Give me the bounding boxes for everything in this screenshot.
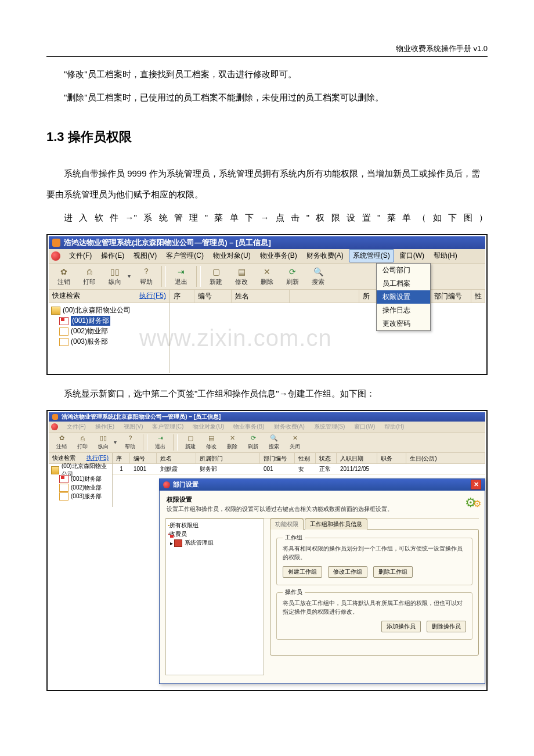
dialog-subtitle: 权限设置	[160, 491, 485, 504]
fieldset-legend: 操作员	[283, 588, 305, 596]
tb-search[interactable]: 🔍搜索	[306, 265, 330, 288]
grid-header: 序 编号 姓名 所属部门 部门编号 性别 状态 入职日期 职务 生日(公历)	[113, 453, 485, 464]
paragraph: 进入软件→"系统管理"菜单下→点击"权限设置"菜单（如下图）	[46, 207, 488, 228]
tb-orientation[interactable]: ▯▯纵向	[93, 433, 113, 452]
menubar: 文件(F) 操作(E) 视图(V) 客户管理(C) 物业对象(U) 物业事务(B…	[49, 422, 485, 432]
menu-customer[interactable]: 客户管理(C)	[162, 249, 208, 262]
menu-finance[interactable]: 财务收费(A)	[302, 249, 348, 262]
tb-help[interactable]: ？帮助	[120, 433, 140, 452]
menu-item-change-pw[interactable]: 更改密码	[377, 317, 430, 330]
paragraph: "修改"员工档案时，直接找到员工档案，双击进行修改即可。	[46, 64, 488, 85]
menu-help[interactable]: 帮助(H)	[380, 421, 408, 433]
exit-icon: ⇥	[176, 267, 186, 277]
tab-function-perm[interactable]: 功能权限	[270, 519, 304, 530]
brand-icon	[51, 251, 60, 261]
menu-ops[interactable]: 操作(E)	[91, 421, 118, 433]
menu-system[interactable]: 系统管理(S)	[310, 421, 349, 433]
app-logo-icon	[52, 414, 58, 420]
menu-affairs[interactable]: 物业事务(B)	[229, 421, 268, 433]
chevron-down-icon[interactable]: ▾	[114, 439, 120, 445]
menu-item-permission[interactable]: 权限设置	[377, 290, 430, 304]
delete-operator-button[interactable]: 删除操作员	[427, 621, 466, 632]
tb-new[interactable]: ▢新建	[204, 265, 228, 288]
tb-exit[interactable]: ⇥退出	[169, 265, 193, 288]
menu-view[interactable]: 视图(V)	[129, 249, 161, 262]
table-row[interactable]: 1 1001 刘默霞 财务部 001 女 正常 2011/12/05	[113, 464, 485, 475]
search-icon: 🔍	[270, 434, 278, 442]
menu-file[interactable]: 文件(F)	[63, 421, 90, 433]
print-icon: ⎙	[78, 434, 86, 442]
flag-icon	[59, 317, 68, 325]
menu-item-oplog[interactable]: 操作日志	[377, 304, 430, 317]
close-icon: ✕	[291, 434, 299, 442]
department-tree[interactable]: (00)北京森阳物业公司 (001)财务部 (002)物业部 (003)服务部	[49, 303, 169, 370]
new-icon: ▢	[211, 267, 221, 277]
paragraph: 系统自带操作员 9999 作为系统管理员，系统管理员拥有系统内所有功能权限，当增…	[46, 163, 488, 205]
tb-close[interactable]: ✕关闭	[285, 433, 305, 452]
tb-refresh[interactable]: ⟳刷新	[280, 265, 305, 288]
tb-delete[interactable]: ✕删除	[222, 433, 242, 452]
menu-file[interactable]: 文件(F)	[65, 249, 96, 262]
window-titlebar: 浩鸿达物业管理系统(北京森阳物业公司—管理员) – [员工信息]	[49, 412, 485, 422]
tb-print[interactable]: ⎙打印	[73, 433, 92, 452]
edit-workgroup-button[interactable]: 修改工作组	[328, 566, 367, 578]
tb-edit[interactable]: ▤修改	[229, 265, 254, 288]
dialog-close-button[interactable]: ✕	[471, 480, 481, 489]
delete-icon: ✕	[228, 434, 236, 442]
folder-icon	[59, 338, 68, 346]
menu-system[interactable]: 系统管理(S)	[349, 249, 394, 262]
menu-customer[interactable]: 客户管理(C)	[148, 421, 187, 433]
paragraph: "删除"员工档案时，已使用过的员工档案不能删除，未使用过的员工档案可以删除。	[46, 87, 488, 108]
tb-new[interactable]: ▢新建	[181, 433, 200, 452]
add-operator-button[interactable]: 添加操作员	[381, 621, 421, 632]
quick-search-run[interactable]: 执行(F5)	[139, 291, 166, 301]
menu-affairs[interactable]: 物业事务(B)	[256, 249, 301, 262]
delete-workgroup-button[interactable]: 删除工作组	[373, 566, 413, 578]
menu-ops[interactable]: 操作(E)	[97, 249, 128, 262]
logout-icon: ✿	[59, 267, 69, 277]
refresh-icon: ⟳	[287, 267, 298, 277]
menu-view[interactable]: 视图(V)	[120, 421, 147, 433]
help-icon: ？	[126, 434, 134, 442]
menu-help[interactable]: 帮助(H)	[430, 249, 461, 262]
menu-item-company-dept[interactable]: 公司部门	[377, 264, 430, 277]
folder-open-icon	[51, 466, 59, 474]
tb-refresh[interactable]: ⟳刷新	[243, 433, 263, 452]
window-title: 浩鸿达物业管理系统(北京森阳物业公司—管理员) – [员工信息]	[64, 237, 271, 248]
tb-logout[interactable]: ✿注销	[52, 433, 71, 452]
menu-object[interactable]: 物业对象(U)	[189, 421, 228, 433]
fieldset-operator: 操作员 将员工放在工作组中，员工将默认具有所属工作组的权限，但也可以对指定操作员…	[276, 592, 472, 640]
fieldset-workgroup: 工作组 将具有相同权限的操作员划分到一个工作组，可以方便统一设置操作员的权限。 …	[276, 538, 472, 585]
tab-workgroup-operator[interactable]: 工作组和操作员信息	[305, 519, 367, 530]
quick-search-run[interactable]: 执行(F5)	[86, 454, 109, 462]
tb-search[interactable]: 🔍搜索	[264, 433, 284, 452]
tb-print[interactable]: ⎙打印	[77, 265, 102, 288]
paragraph: 系统显示新窗口，选中第二个页签"工作组和操作员信息"→创建工作组。如下图：	[46, 383, 488, 404]
department-tree[interactable]: (00)北京森阳物业公司 (001)财务部 (002)物业部 (003)服务部	[49, 464, 112, 507]
edit-icon: ▤	[207, 434, 215, 442]
quick-search-label: 快速检索	[52, 291, 80, 301]
tb-logout[interactable]: ✿注销	[52, 265, 76, 288]
tree-item-selected[interactable]: (001)财务部	[71, 316, 110, 326]
exit-icon: ⇥	[156, 434, 164, 442]
search-icon: 🔍	[313, 267, 323, 277]
toolbar: ✿注销 ⎙打印 ▯▯纵向 ▾ ？帮助 ⇥退出 ▢新建 ▤修改 ✕删除 ⟳刷新 🔍…	[49, 432, 485, 453]
orientation-icon: ▯▯	[110, 267, 120, 277]
tb-help[interactable]: ？帮助	[134, 265, 158, 288]
tb-edit[interactable]: ▤修改	[201, 433, 221, 452]
menu-window[interactable]: 窗口(W)	[395, 249, 428, 262]
tb-delete[interactable]: ✕删除	[255, 265, 279, 288]
menu-object[interactable]: 物业对象(U)	[209, 249, 255, 262]
chevron-down-icon[interactable]: ▾	[128, 273, 134, 279]
menu-finance[interactable]: 财务收费(A)	[270, 421, 309, 433]
tb-exit[interactable]: ⇥退出	[150, 433, 170, 452]
menu-window[interactable]: 窗口(W)	[350, 421, 379, 433]
heading-operator-permissions: 1.3 操作员权限	[46, 122, 488, 153]
refresh-icon: ⟳	[249, 434, 257, 442]
window-titlebar: 浩鸿达物业管理系统(北京森阳物业公司—管理员) – [员工信息]	[49, 236, 485, 249]
permission-group-tree[interactable]: 所有权限组 收费员 ▸系统管理组	[165, 519, 264, 675]
menubar: 文件(F) 操作(E) 视图(V) 客户管理(C) 物业对象(U) 物业事务(B…	[49, 249, 485, 263]
tb-orientation[interactable]: ▯▯纵向	[103, 265, 127, 288]
create-workgroup-button[interactable]: 创建工作组	[283, 566, 322, 578]
menu-item-employee-file[interactable]: 员工档案	[377, 277, 430, 290]
